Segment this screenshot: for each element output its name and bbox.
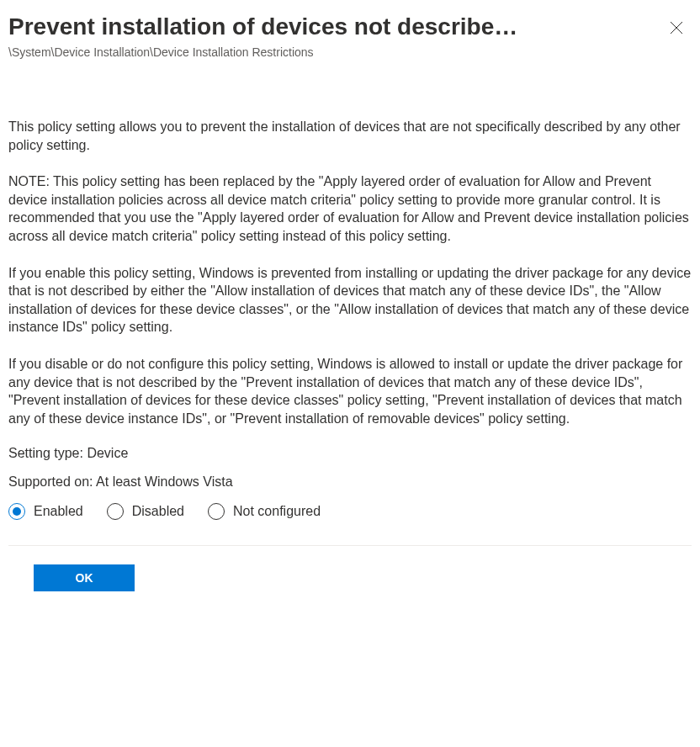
description-paragraph: If you enable this policy setting, Windo… bbox=[8, 264, 692, 336]
radio-label: Enabled bbox=[34, 504, 83, 519]
radio-disabled[interactable]: Disabled bbox=[107, 503, 184, 520]
radio-circle-icon bbox=[8, 503, 25, 520]
radio-label: Not configured bbox=[233, 504, 321, 519]
state-radio-group: Enabled Disabled Not configured bbox=[8, 503, 692, 520]
radio-dot-icon bbox=[13, 507, 21, 516]
description-paragraph: This policy setting allows you to preven… bbox=[8, 118, 692, 154]
supported-on: Supported on: At least Windows Vista bbox=[8, 474, 692, 490]
description-paragraph: NOTE: This policy setting has been repla… bbox=[8, 172, 692, 245]
close-icon bbox=[670, 21, 683, 37]
policy-description: This policy setting allows you to preven… bbox=[8, 118, 692, 427]
breadcrumb: \System\Device Installation\Device Insta… bbox=[8, 45, 692, 59]
description-paragraph: If you disable or do not configure this … bbox=[8, 355, 692, 427]
policy-meta: Setting type: Device Supported on: At le… bbox=[8, 446, 692, 490]
radio-not-configured[interactable]: Not configured bbox=[208, 503, 321, 520]
header: Prevent installation of devices not desc… bbox=[8, 12, 692, 44]
policy-panel: Prevent installation of devices not desc… bbox=[0, 0, 700, 600]
ok-button[interactable]: OK bbox=[34, 564, 135, 591]
radio-circle-icon bbox=[208, 503, 225, 520]
footer: OK bbox=[8, 564, 692, 591]
setting-type: Setting type: Device bbox=[8, 446, 692, 461]
divider bbox=[8, 545, 692, 546]
radio-circle-icon bbox=[107, 503, 124, 520]
dialog-title: Prevent installation of devices not desc… bbox=[8, 12, 661, 41]
radio-enabled[interactable]: Enabled bbox=[8, 503, 83, 520]
radio-label: Disabled bbox=[132, 504, 184, 519]
close-button[interactable] bbox=[661, 13, 692, 44]
